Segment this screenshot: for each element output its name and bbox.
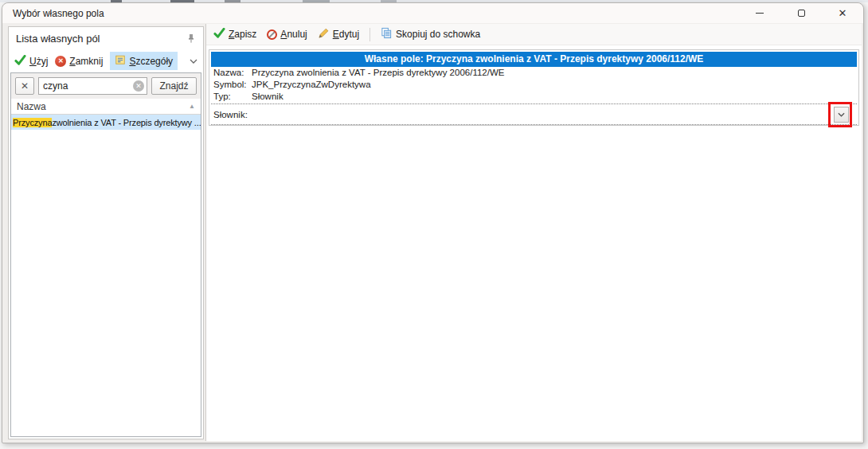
details-toggle-button[interactable]: Szczegóły <box>110 52 178 70</box>
fields-list-box: ✕ ✕ Znajdź Nazwa ▲ Przyczyna zwolnienia … <box>10 72 201 437</box>
search-field-wrap: ✕ <box>38 77 147 95</box>
detail-content: Własne pole: Przyczyna zwolnienia z VAT … <box>206 45 862 441</box>
clear-text-icon[interactable]: ✕ <box>133 80 144 92</box>
detail-toolbar: Zapisz Anuluj Edytuj <box>206 24 862 45</box>
search-input[interactable] <box>38 77 147 95</box>
toolbar-overflow-chevron-icon[interactable] <box>190 59 197 64</box>
field-value: Przyczyna zwolnienia z VAT - Przepis dyr… <box>252 68 504 78</box>
panel-header: Lista własnych pól <box>9 27 203 50</box>
minimize-button[interactable] <box>739 3 780 23</box>
maximize-icon <box>798 10 805 17</box>
field-label: Słownik: <box>213 110 248 119</box>
no-entry-icon <box>267 29 277 40</box>
save-button-label: Zapisz <box>229 29 256 40</box>
field-row-nazwa: Nazwa: Przyczyna zwolnienia z VAT - Prze… <box>211 67 857 79</box>
pin-icon[interactable] <box>186 33 196 44</box>
search-match-highlight: Przyczyna <box>13 118 52 127</box>
window-title: Wybór własnego pola <box>13 8 104 19</box>
save-button[interactable]: Zapisz <box>213 28 256 41</box>
clear-search-x-icon: ✕ <box>21 80 29 92</box>
clear-search-button[interactable]: ✕ <box>15 77 34 95</box>
close-icon: ✕ <box>839 7 847 19</box>
use-button-label: Użyj <box>29 56 48 67</box>
details-icon <box>115 54 126 68</box>
cancel-button[interactable]: Anuluj <box>267 29 307 40</box>
panel-title: Lista własnych pól <box>16 33 100 45</box>
left-toolbar: Użyj ✕ Zamknij Szczegóły <box>9 50 203 72</box>
field-label: Typ: <box>213 92 252 102</box>
use-button[interactable]: Użyj <box>14 55 48 68</box>
copy-icon <box>381 27 393 41</box>
close-button[interactable]: ✕ <box>822 3 863 23</box>
field-row-typ: Typ: Słownik <box>211 91 857 103</box>
details-button-label: Szczegóły <box>129 56 173 67</box>
pencil-icon <box>318 27 330 41</box>
field-value: Słownik <box>252 92 283 102</box>
edit-button[interactable]: Edytuj <box>318 27 359 41</box>
field-detail-title: Własne pole: Przyczyna zwolnienia z VAT … <box>211 52 857 67</box>
check-icon <box>213 28 225 41</box>
close-list-button[interactable]: ✕ Zamknij <box>55 56 103 67</box>
sort-ascending-icon: ▲ <box>189 103 195 110</box>
find-button[interactable]: Znajdź <box>151 77 197 95</box>
edit-button-label: Edytuj <box>333 29 359 40</box>
custom-fields-panel: Lista własnych pól Użyj <box>8 26 204 439</box>
cancel-button-label: Anuluj <box>280 29 307 40</box>
close-list-button-label: Zamknij <box>69 56 103 67</box>
field-label: Symbol: <box>213 80 252 90</box>
minimize-icon <box>756 13 764 14</box>
window-body: Lista własnych pól Użyj <box>3 24 862 442</box>
copy-to-clipboard-button[interactable]: Skopiuj do schowka <box>381 27 480 41</box>
maximize-button[interactable] <box>780 3 822 23</box>
list-empty-area <box>11 130 201 436</box>
window-controls: ✕ <box>739 3 863 23</box>
field-row-slownik: Słownik: <box>211 103 857 125</box>
column-header-nazwa[interactable]: Nazwa ▲ <box>11 99 201 115</box>
field-detail-box: Własne pole: Przyczyna zwolnienia z VAT … <box>209 49 859 126</box>
field-row-symbol: Symbol: JPK_PrzyczynaZwDyrektywa <box>211 79 857 91</box>
search-bar: ✕ ✕ Znajdź <box>11 73 201 99</box>
field-label: Nazwa: <box>213 68 252 78</box>
detail-panel: Zapisz Anuluj Edytuj <box>205 24 862 441</box>
column-header-label: Nazwa <box>17 101 46 112</box>
list-item-selected[interactable]: Przyczyna zwolnienia z VAT - Przepis dyr… <box>11 115 201 130</box>
cancel-circle-icon: ✕ <box>55 56 66 67</box>
check-icon <box>14 55 26 68</box>
title-bar: Wybór własnego pola ✕ <box>2 3 863 23</box>
dictionary-dropdown-button[interactable] <box>834 107 849 123</box>
copy-button-label: Skopiuj do schowka <box>396 29 480 40</box>
list-item-text: zwolnienia z VAT - Przepis dyrektywy ... <box>52 118 201 127</box>
toolbar-separator <box>369 28 370 41</box>
dialog-window: Wybór własnego pola ✕ Lista własnych pól <box>2 2 864 443</box>
field-value: JPK_PrzyczynaZwDyrektywa <box>252 80 371 90</box>
dictionary-dropdown-wrap <box>834 107 849 123</box>
